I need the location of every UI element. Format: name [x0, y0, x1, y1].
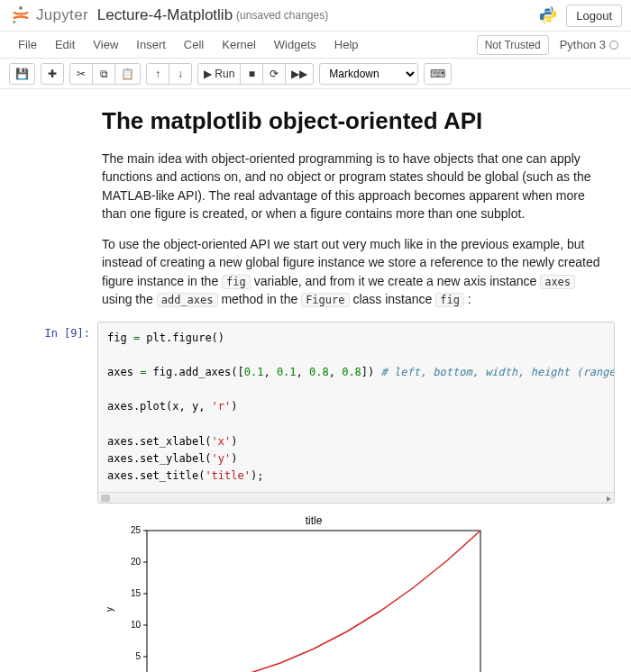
paste-icon: 📋 — [121, 68, 134, 80]
svg-text:20: 20 — [131, 557, 142, 567]
svg-point-1 — [13, 21, 15, 23]
kernel-indicator[interactable]: Python 3 — [556, 38, 622, 51]
python-icon — [537, 5, 559, 26]
notebook-title[interactable]: Lecture-4-Matplotlib — [97, 6, 233, 24]
restart-button[interactable]: ⟳ — [262, 63, 286, 85]
copy-icon: ⧉ — [100, 68, 108, 80]
copy-button[interactable]: ⧉ — [92, 63, 115, 85]
save-button[interactable]: 💾 — [9, 63, 35, 85]
app-header: Jupyter Lecture-4-Matplotlib (unsaved ch… — [0, 0, 631, 32]
logout-button[interactable]: Logout — [566, 5, 622, 27]
markdown-cell[interactable]: The matplotlib object-oriented API The m… — [102, 107, 606, 309]
svg-text:25: 25 — [131, 525, 142, 535]
code-cell[interactable]: In [9]: fig = plt.figure() axes = fig.ad… — [16, 322, 615, 504]
svg-rect-2 — [147, 531, 480, 672]
menu-kernel[interactable]: Kernel — [213, 34, 265, 55]
output-chart: 0123450510152025titlexy — [102, 513, 489, 672]
stop-icon: ■ — [249, 68, 255, 80]
horizontal-scrollbar[interactable] — [98, 492, 614, 503]
menu-insert[interactable]: Insert — [127, 34, 175, 55]
run-label: Run — [215, 68, 234, 80]
move-down-button[interactable]: ↓ — [169, 63, 192, 85]
restart-run-all-button[interactable]: ▶▶ — [285, 63, 314, 85]
menubar: File Edit View Insert Cell Kernel Widget… — [0, 32, 631, 59]
command-palette-button[interactable]: ⌨ — [424, 63, 452, 85]
cut-button[interactable]: ✂ — [69, 63, 93, 85]
run-icon: ▶ — [204, 68, 212, 80]
menu-view[interactable]: View — [84, 34, 127, 55]
trust-button[interactable]: Not Trusted — [477, 35, 549, 55]
jupyter-logo[interactable]: Jupyter — [9, 4, 88, 27]
menu-edit[interactable]: Edit — [46, 34, 84, 55]
svg-text:5: 5 — [135, 651, 141, 661]
arrow-up-icon: ↑ — [155, 68, 160, 80]
menu-widgets[interactable]: Widgets — [265, 34, 325, 55]
menu-help[interactable]: Help — [325, 34, 368, 55]
toolbar: 💾 ✚ ✂ ⧉ 📋 ↑ ↓ ▶ Run ■ ⟳ ▶▶ Markdown ⌨ — [0, 59, 631, 89]
code-fig: fig — [222, 275, 251, 289]
interrupt-button[interactable]: ■ — [240, 63, 263, 85]
restart-icon: ⟳ — [270, 68, 279, 80]
keyboard-icon: ⌨ — [430, 68, 445, 80]
paste-button[interactable]: 📋 — [114, 63, 141, 85]
paragraph-2: To use the object-oriented API we start … — [102, 235, 606, 308]
svg-point-0 — [19, 6, 23, 10]
code-add-axes: add_axes — [157, 293, 218, 307]
svg-text:15: 15 — [131, 588, 142, 598]
input-prompt: In [9]: — [16, 322, 97, 504]
kernel-status-icon — [609, 41, 618, 50]
code-input[interactable]: fig = plt.figure() axes = fig.add_axes([… — [97, 322, 615, 504]
insert-cell-button[interactable]: ✚ — [41, 63, 64, 85]
move-up-button[interactable]: ↑ — [146, 63, 169, 85]
cut-icon: ✂ — [77, 68, 86, 80]
notebook-area: The matplotlib object-oriented API The m… — [0, 89, 631, 672]
heading: The matplotlib object-oriented API — [102, 107, 606, 135]
menu-file[interactable]: File — [9, 34, 46, 55]
svg-text:y: y — [105, 607, 114, 612]
paragraph-1: The main idea with object-oriented progr… — [102, 150, 606, 222]
run-button[interactable]: ▶ Run — [197, 63, 241, 85]
save-status: (unsaved changes) — [236, 9, 328, 22]
arrow-down-icon: ↓ — [178, 68, 183, 80]
code-text[interactable]: fig = plt.figure() axes = fig.add_axes([… — [98, 322, 614, 493]
code-fig2: fig — [435, 293, 464, 307]
output-area: 0123450510152025titlexy — [102, 513, 615, 672]
code-figure-class: Figure — [301, 293, 349, 307]
svg-text:10: 10 — [131, 620, 142, 630]
jupyter-icon — [9, 4, 32, 27]
cell-type-select[interactable]: Markdown — [319, 63, 418, 85]
plus-icon: ✚ — [48, 68, 57, 80]
fast-forward-icon: ▶▶ — [291, 68, 307, 80]
svg-text:title: title — [306, 514, 323, 527]
code-axes: axes — [540, 275, 575, 289]
brand-text: Jupyter — [36, 6, 88, 24]
menu-cell[interactable]: Cell — [175, 34, 213, 55]
save-icon: 💾 — [15, 68, 29, 80]
kernel-label: Python 3 — [560, 38, 606, 51]
